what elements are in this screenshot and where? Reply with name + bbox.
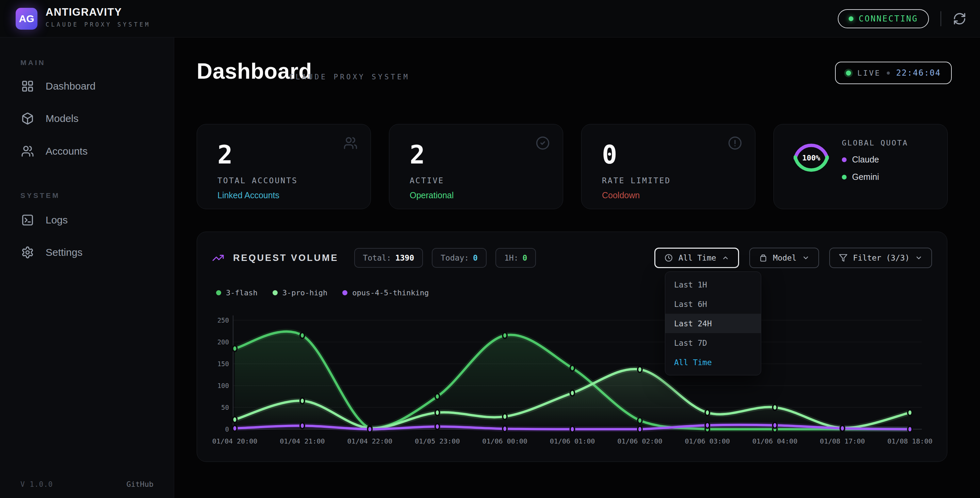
sidebar-item-settings[interactable]: Settings [8,240,167,265]
series-dot-icon [342,290,347,295]
chart-legend: 3-flash 3-pro-high opus-4-5-thinking [216,289,429,297]
stat-label: TOTAL ACCOUNTS [218,176,298,185]
clock-icon [664,254,673,262]
sidebar-item-label: Dashboard [46,80,95,92]
app-subtitle: CLAUDE PROXY SYSTEM [46,21,150,28]
page-subtitle: CLAUDE PROXY SYSTEM [289,73,410,81]
stat-card-rate-limited: 0 RATE LIMITED Cooldown [581,124,756,209]
live-status-badge: LIVE 22:46:04 [835,62,952,84]
stat-card-global-quota: 100% GLOBAL QUOTA Claude Gemini [773,124,948,209]
alert-circle-icon [728,136,742,150]
svg-text:200: 200 [218,338,229,346]
sidebar-item-label: Settings [46,247,82,258]
panel-header-right: All Time Model [654,247,932,268]
stat-card-active: 2 ACTIVE Operational [389,124,563,209]
svg-text:01/06 02:00: 01/06 02:00 [617,437,662,445]
svg-text:01/08 17:00: 01/08 17:00 [820,437,865,445]
svg-text:01/06 01:00: 01/06 01:00 [550,437,595,445]
quota-legend-label: Gemini [852,172,879,182]
sidebar-section-system: SYSTEM [21,192,60,200]
quota-legend-label: Claude [852,155,879,164]
top-header: AG ANTIGRAVITY CLAUDE PROXY SYSTEM CONNE… [0,0,980,37]
request-volume-panel: REQUEST VOLUME Total: 1390 Today: 0 1H: … [197,231,947,462]
panel-header: REQUEST VOLUME Total: 1390 Today: 0 1H: … [212,247,932,269]
main-content: Dashboard CLAUDE PROXY SYSTEM LIVE 22:46… [175,37,980,498]
svg-text:01/06 03:00: 01/06 03:00 [685,437,730,445]
hour-badge: 1H: 0 [495,248,536,268]
badge-value: 0 [473,254,478,262]
sidebar-item-label: Models [46,113,79,124]
stat-value: 2 [218,140,233,169]
terminal-icon [21,214,34,227]
sidebar-item-label: Accounts [46,145,88,157]
dropdown-item-last-6h[interactable]: Last 6H [665,294,761,314]
panel-header-left: REQUEST VOLUME Total: 1390 Today: 0 1H: … [212,248,536,268]
filter-button[interactable]: Filter (3/3) [829,247,932,268]
request-volume-chart: 05010015020025001/04 20:0001/04 21:0001/… [211,308,940,454]
svg-text:01/05 23:00: 01/05 23:00 [415,437,460,445]
svg-text:01/06 04:00: 01/06 04:00 [752,437,797,445]
model-filter-button[interactable]: Model [749,247,819,268]
header-divider [940,11,941,26]
header-right: CONNECTING [838,0,967,37]
total-badge: Total: 1390 [354,248,423,268]
sidebar-item-dashboard[interactable]: Dashboard [8,73,167,99]
badge-label: Today: [441,254,469,262]
model-filter-label: Model [773,254,797,262]
svg-text:0: 0 [225,425,229,433]
users-icon [21,145,34,158]
dropdown-item-all-time[interactable]: All Time [665,353,761,372]
quota-donut: 100% [791,137,832,178]
grid-icon [21,80,34,93]
trending-up-icon [212,252,224,264]
live-dot-icon [846,70,851,76]
chevron-down-icon [915,254,923,262]
cube-icon [21,112,34,125]
connection-status-badge: CONNECTING [838,9,929,28]
github-link[interactable]: GitHub [127,480,153,488]
dropdown-item-last-24h[interactable]: Last 24H [665,314,761,333]
logo-text: AG [19,13,34,24]
sidebar-item-label: Logs [46,214,68,226]
stat-label: RATE LIMITED [602,176,671,185]
time-range-dropdown: Last 1H Last 6H Last 24H Last 7D All Tim… [665,271,761,375]
dropdown-item-last-1h[interactable]: Last 1H [665,275,761,294]
legend-item-3-flash[interactable]: 3-flash [216,289,258,297]
svg-text:01/04 22:00: 01/04 22:00 [347,437,392,445]
box-icon [759,254,768,262]
check-circle-icon [536,136,550,150]
app-window: AG ANTIGRAVITY CLAUDE PROXY SYSTEM CONNE… [0,0,980,498]
series-dot-icon [272,290,278,295]
series-name: opus-4-5-thinking [352,289,429,297]
today-badge: Today: 0 [432,248,487,268]
app-title: ANTIGRAVITY [46,6,150,18]
legend-item-opus[interactable]: opus-4-5-thinking [342,289,429,297]
live-time: 22:46:04 [896,68,941,78]
svg-text:150: 150 [218,360,229,367]
svg-text:01/04 20:00: 01/04 20:00 [212,437,257,445]
stat-sublabel: Cooldown [602,190,640,200]
stat-card-total-accounts: 2 TOTAL ACCOUNTS Linked Accounts [197,124,371,209]
legend-item-3-pro-high[interactable]: 3-pro-high [272,289,327,297]
app-logo: AG [16,8,37,30]
sidebar-item-accounts[interactable]: Accounts [8,139,167,164]
series-dot-icon [216,290,221,295]
series-name: 3-flash [226,289,258,297]
dropdown-item-last-7d[interactable]: Last 7D [665,333,761,353]
sidebar-item-logs[interactable]: Logs [8,208,167,233]
time-range-button[interactable]: All Time [654,247,739,268]
sidebar-footer: V 1.0.0 GitHub [21,480,153,488]
stat-value: 0 [602,140,617,169]
sidebar-item-models[interactable]: Models [8,106,167,131]
panel-title: REQUEST VOLUME [233,253,339,263]
quota-percent: 100% [791,137,832,178]
filter-label: Filter (3/3) [853,254,910,262]
stat-sublabel: Operational [410,190,453,200]
claude-dot-icon [842,157,846,162]
quota-legend-claude: Claude [842,155,908,164]
refresh-button[interactable] [953,12,966,26]
brand-block: ANTIGRAVITY CLAUDE PROXY SYSTEM [46,6,150,28]
funnel-icon [839,254,848,262]
connection-status-text: CONNECTING [859,14,918,24]
quota-legend-gemini: Gemini [842,172,908,182]
